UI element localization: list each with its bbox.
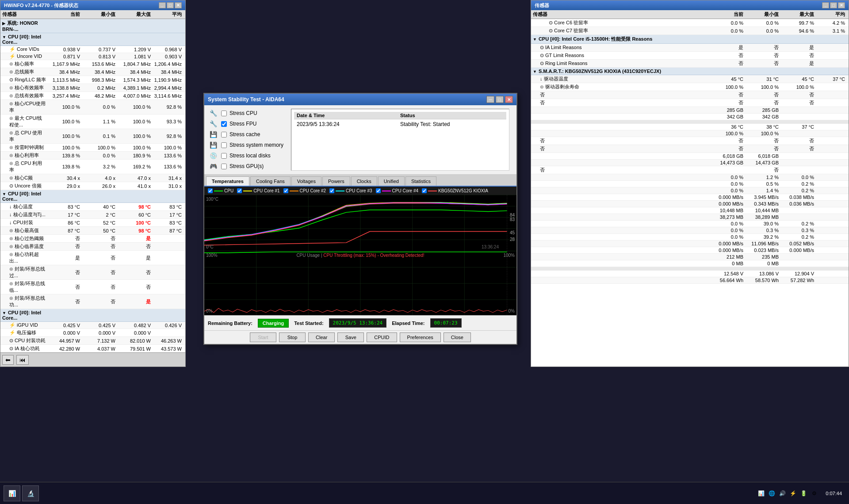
preferences-button[interactable]: Preferences [400, 332, 441, 342]
list-item[interactable]: 14,473 GB14,473 GB [531, 160, 849, 166]
tab-temperatures[interactable]: Temperatures [206, 176, 249, 186]
list-item[interactable]: ⊙ Ring/LLC 频率1,113.5 MHz998.3 MHz1,574.3… [0, 76, 185, 84]
list-item[interactable]: ↓ 核心温度与Tj...17 °C2 °C60 °C17 °C [0, 211, 185, 219]
list-item[interactable]: ⊙ 核心功耗超出...是否是 [0, 251, 185, 265]
tab-clocks[interactable]: Clocks [351, 176, 377, 186]
maximize-button[interactable]: □ [167, 2, 174, 8]
list-item[interactable]: 0.000 MB/s0.023 MB/s0.000 MB/s [531, 247, 849, 254]
list-item[interactable]: ↓ 驱动器温度45 °C31 °C45 °C37 °C [531, 75, 849, 83]
list-item[interactable]: ⊙ 总线频率38.4 MHz38.4 MHz38.4 MHz38.4 MHz [0, 68, 185, 76]
group-cpu0-power[interactable]: ▼CPU [#0]: Intel Core... [0, 309, 185, 322]
right-maximize-button[interactable]: □ [830, 2, 837, 8]
stress-memory-checkbox[interactable] [221, 142, 227, 148]
group-system[interactable]: ▶系统: HONOR BRN-... [0, 19, 185, 33]
list-item[interactable]: 10,448 MB10,444 MB [531, 207, 849, 214]
list-item[interactable]: ⚡ Uncore VID0.871 V0.813 V1.081 V0.903 V [0, 53, 185, 60]
list-item[interactable]: 0.0 %0.5 %0.2 % [531, 181, 849, 187]
list-item[interactable]: 0.000 MB/s11.096 MB/s0.052 MB/s [531, 241, 849, 247]
aida-maximize-button[interactable]: □ [496, 96, 504, 103]
tray-icon-2[interactable]: 🌐 [767, 489, 776, 498]
list-item[interactable]: ⊙ 核心利用率139.8 %0.0 %180.9 %133.6 % [0, 152, 185, 160]
list-item[interactable]: ⊙ IA 核心功耗42.280 W4.037 W79.501 W43.573 W [0, 345, 185, 352]
list-item[interactable]: ⊙ 总 CPU 利用率139.8 %3.2 %169.2 %133.6 % [0, 160, 185, 174]
cpuid-button[interactable]: CPUID [367, 332, 397, 342]
list-item[interactable]: ⊙ 封装/环形总线功...否否是 [0, 294, 185, 309]
legend-core4-checkbox[interactable] [376, 188, 381, 193]
list-item[interactable]: 否否否否 [531, 99, 849, 107]
tab-statistics[interactable]: Statistics [405, 176, 436, 186]
tab-unified[interactable]: Unified [378, 176, 405, 186]
list-item[interactable]: 100.0 %100.0 % [531, 130, 849, 137]
list-item[interactable]: ⊙ 封装/环形总线临...否否否 [0, 280, 185, 294]
legend-core3-checkbox[interactable] [329, 188, 334, 193]
list-item[interactable]: 212 MB235 MB [531, 254, 849, 260]
group-smart[interactable]: ▼S.M.A.R.T.: KBG50ZNV512G KIOXIA (431C92… [531, 68, 849, 75]
list-item[interactable]: ⊙ 总线有效频率3,257.4 MHz48.2 MHz4,007.0 MHz3,… [0, 92, 185, 100]
list-item[interactable]: ⚡ 电压偏移0.000 V0.000 V0.000 V [0, 329, 185, 337]
list-item[interactable]: ⊙ 核心临界温度否否否 [0, 243, 185, 251]
tab-powers[interactable]: Powers [322, 176, 350, 186]
tray-icon-3[interactable]: 🔊 [778, 489, 787, 498]
list-item[interactable]: ⊙ Uncore 倍频29.0 x26.0 x41.0 x31.0 x [0, 182, 185, 190]
list-item[interactable]: ⊙ Core C7 驻留率0.0 %0.0 %94.6 %3.1 % [531, 27, 849, 35]
list-item[interactable]: 否否 [531, 166, 849, 174]
tab-cooling-fans[interactable]: Cooling Fans [250, 176, 291, 186]
stress-cpu-option[interactable]: 🔧 Stress CPU [208, 109, 287, 118]
list-item[interactable]: ⊙ 最大 CPU/线程使...100.0 %1.1 %100.0 %93.3 % [0, 115, 185, 129]
list-item[interactable]: 6,018 GB6,018 GB [531, 153, 849, 160]
group-cpu0-temps[interactable]: ▼CPU [#0]: Intel Core... [0, 190, 185, 203]
tray-icon-4[interactable]: ⚡ [788, 489, 797, 498]
list-item[interactable]: 0.0 %39.0 %0.2 % [531, 221, 849, 227]
list-item[interactable]: 36 °C38 °C37 °C [531, 124, 849, 130]
tab-voltages[interactable]: Voltages [291, 176, 321, 186]
list-item[interactable]: 0.0 %0.3 %0.3 % [531, 227, 849, 234]
aida-close-button[interactable]: ✕ [505, 96, 513, 103]
list-item[interactable]: 56.664 Wh58.570 Wh57.282 Wh [531, 277, 849, 284]
stress-memory-option[interactable]: 💾 Stress system memory [208, 141, 287, 149]
list-item[interactable]: ⊙ 按需时钟调制100.0 %100.0 %100.0 %100.0 % [0, 144, 185, 152]
minimize-button[interactable]: _ [159, 2, 166, 8]
right-close-button[interactable]: ✕ [838, 2, 845, 8]
tray-icon-5[interactable]: 🔋 [799, 489, 808, 498]
list-item[interactable]: 否否否否 [531, 137, 849, 145]
stress-cpu-checkbox[interactable] [221, 111, 227, 116]
tray-icon-1[interactable]: 📊 [757, 489, 765, 498]
taskbar-hwinfo[interactable]: 📊 [4, 485, 20, 501]
stress-disks-option[interactable]: 💿 Stress local disks [208, 151, 287, 160]
list-item[interactable]: 285 GB285 GB [531, 107, 849, 114]
list-item[interactable]: ⊙ Core C6 驻留率0.0 %0.0 %99.7 %4.2 % [531, 19, 849, 27]
close-button[interactable]: ✕ [175, 2, 182, 8]
list-item[interactable]: 38,273 MB38,289 MB [531, 214, 849, 221]
stress-disks-checkbox[interactable] [221, 153, 227, 159]
nav-forward-button[interactable]: ⬅ [2, 355, 14, 365]
list-item[interactable]: ⊙ 核心最高值87 °C50 °C98 °C87 °C [0, 227, 185, 235]
group-cpu-reasons[interactable]: ▼CPU [#0]: Intel Core i5-13500H: 性能受限 Re… [531, 35, 849, 44]
list-item[interactable]: 0.0 %1.2 %0.0 % [531, 174, 849, 181]
aida-minimize-button[interactable]: ─ [486, 96, 494, 103]
taskbar-aida[interactable]: 🔬 [22, 485, 39, 501]
dialog-close-button[interactable]: Close [444, 332, 471, 342]
list-item[interactable]: 0.000 MB/s3.945 MB/s0.038 MB/s [531, 194, 849, 201]
list-item[interactable]: ⚡ Core VIDs0.938 V0.737 V1.209 V0.968 V [0, 46, 185, 53]
legend-core1-checkbox[interactable] [237, 188, 242, 193]
tray-icon-6[interactable]: ⚙ [810, 489, 818, 498]
list-item[interactable]: ⊙ 核心C频30.4 x4.0 x47.0 x31.4 x [0, 174, 185, 182]
legend-core2-checkbox[interactable] [283, 188, 288, 193]
stop-button[interactable]: Stop [279, 332, 306, 342]
legend-kioxia-checkbox[interactable] [422, 188, 427, 193]
stress-gpu-checkbox[interactable] [221, 164, 227, 169]
list-item[interactable]: ⊙ 核心/CPU使用率100.0 %0.0 %100.0 %92.8 % [0, 100, 185, 115]
list-item[interactable]: ⊙ CPU 封装功耗44.957 W7.132 W82.010 W46.263 … [0, 337, 185, 345]
list-item[interactable]: 12.548 V13.086 V12.904 V [531, 271, 849, 277]
stress-cache-checkbox[interactable] [221, 132, 227, 137]
list-item[interactable]: 0.000 MB/s0.343 MB/s0.036 MB/s [531, 201, 849, 207]
stress-fpu-checkbox[interactable] [221, 121, 227, 127]
list-item[interactable]: 0.0 %39.2 %0.2 % [531, 234, 849, 241]
list-item[interactable]: ⊙ 核心过热阈频否否是 [0, 235, 185, 243]
list-item[interactable]: 342 GB342 GB [531, 114, 849, 120]
stress-cache-option[interactable]: 💾 Stress cache [208, 130, 287, 139]
stress-gpu-option[interactable]: 🎮 Stress GPU(s) [208, 162, 287, 171]
list-item[interactable]: ↓ 核心温度83 °C40 °C98 °C83 °C [0, 203, 185, 211]
list-item[interactable]: ⊙ GT Limit Reasons否否否 [531, 52, 849, 60]
clear-button[interactable]: Clear [308, 332, 335, 342]
